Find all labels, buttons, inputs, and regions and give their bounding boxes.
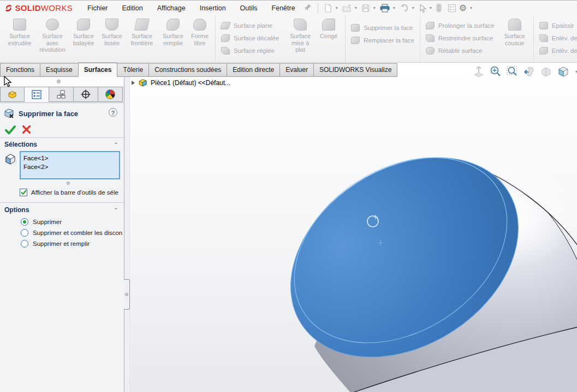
- save-caret[interactable]: ▾: [373, 5, 376, 10]
- selection-item-face2[interactable]: Face<2>: [23, 162, 119, 171]
- select-caret[interactable]: ▾: [430, 5, 432, 10]
- menu-fenetre[interactable]: Fenêtre: [265, 2, 302, 15]
- undo-icon[interactable]: [398, 3, 410, 13]
- options-gear-icon[interactable]: ⚙: [458, 3, 468, 14]
- panel-splitter-horizontal[interactable]: [0, 77, 124, 87]
- conge-button[interactable]: Congé: [317, 19, 340, 40]
- tab-solidworks-visualize[interactable]: SOLIDWORKS Visualize: [313, 63, 398, 77]
- open-icon[interactable]: [341, 3, 353, 14]
- selection-item-face1[interactable]: Face<1>: [23, 154, 119, 162]
- zoom-to-area-icon[interactable]: [506, 65, 519, 78]
- enlev-matiere-epaissie-button[interactable]: Enlèv. de matière épaissi: [539, 47, 577, 55]
- surface-cousue-button[interactable]: Surface cousue: [501, 19, 528, 46]
- feature-tree-flyout[interactable]: Pièce1 (Défaut) <<Défaut...: [132, 79, 230, 87]
- radio-supprimer-combler-circle[interactable]: [21, 229, 28, 237]
- tab-surfaces[interactable]: Surfaces: [78, 63, 118, 77]
- ok-check-icon[interactable]: [4, 124, 16, 135]
- tab-esquisse[interactable]: Esquisse: [40, 63, 79, 77]
- rebuild-icon[interactable]: [435, 2, 443, 14]
- menu-outils[interactable]: Outils: [233, 2, 265, 15]
- propertymanager-tab[interactable]: [25, 87, 49, 102]
- normal-to-icon[interactable]: [472, 65, 485, 78]
- zoom-to-fit-icon[interactable]: [489, 65, 502, 78]
- tab-edition-directe[interactable]: Edition directe: [227, 63, 280, 77]
- supprimer-la-face-button[interactable]: Supprimer la face: [351, 24, 414, 32]
- panel-viewport-splitter[interactable]: [124, 77, 130, 392]
- surface-plane-icon: [221, 22, 230, 29]
- configurationmanager-icon: [56, 90, 67, 99]
- propertymanager-icon: [31, 90, 42, 99]
- enlev-matiere-epaissie-icon: [539, 47, 548, 55]
- view-orientation-icon[interactable]: [557, 65, 570, 78]
- surface-frontiere-button[interactable]: Surface frontière: [127, 19, 157, 46]
- surface-cousue-icon: [508, 19, 521, 31]
- open-caret[interactable]: ▾: [355, 5, 357, 10]
- surface-reglee-button[interactable]: Surface réglée: [221, 47, 279, 55]
- collapse-chevron-icon[interactable]: ⌃: [114, 142, 118, 147]
- forme-libre-button[interactable]: Forme libre: [189, 19, 210, 46]
- section-view-icon[interactable]: [540, 65, 553, 78]
- surface-extrudee-button[interactable]: Surface extrudée: [5, 19, 34, 46]
- property-manager-header: Supprimer la face ?: [0, 105, 124, 122]
- radio-supprimer-combler[interactable]: Supprimer et combler les discon: [21, 229, 124, 237]
- tree-root-label[interactable]: Pièce1 (Défaut) <<Défaut...: [151, 79, 230, 87]
- print-caret[interactable]: ▾: [393, 5, 395, 10]
- retablir-surface-button[interactable]: Rétablir surface: [426, 47, 495, 55]
- surface-lissee-button[interactable]: Surface lissée: [100, 19, 124, 46]
- featuremanager-tab[interactable]: [0, 87, 25, 102]
- prolonger-la-surface-button[interactable]: Prolonger la surface: [426, 22, 495, 29]
- surface-plane-button[interactable]: Surface plane: [221, 22, 279, 29]
- splitter-grip-dot[interactable]: [57, 80, 61, 83]
- options-radio-group: Supprimer Supprimer et combler les disco…: [0, 215, 124, 248]
- epaissir-button[interactable]: Epaissir: [539, 22, 577, 29]
- select-cursor-icon[interactable]: [418, 3, 427, 14]
- radio-supprimer-circle[interactable]: [21, 218, 28, 226]
- graphics-viewport[interactable]: [129, 77, 577, 392]
- enlev-matiere-surface-button[interactable]: Enlèv. de matière avec su: [539, 34, 577, 42]
- menu-edition[interactable]: Edition: [115, 2, 150, 15]
- menu-fichier[interactable]: Fichier: [80, 2, 115, 15]
- print-icon[interactable]: [379, 3, 391, 14]
- show-selection-toolbar-checkbox[interactable]: [20, 189, 27, 196]
- restreindre-surface-button[interactable]: Restreindre surface: [426, 34, 495, 42]
- new-caret[interactable]: ▾: [336, 5, 338, 10]
- show-selection-toolbar-row: Afficher la barre d'outils de séle: [20, 189, 118, 196]
- options-section-header[interactable]: Options ⌃: [0, 204, 124, 216]
- help-icon[interactable]: ?: [109, 108, 117, 117]
- previous-view-icon[interactable]: [523, 65, 536, 78]
- surface-decalee-button[interactable]: Surface décalée: [221, 34, 279, 42]
- pin-menu-icon[interactable]: [304, 3, 312, 14]
- tree-expand-arrow-icon[interactable]: [132, 81, 135, 85]
- radio-supprimer-remplir[interactable]: Supprimer et remplir: [21, 240, 124, 248]
- displaymanager-tab[interactable]: [98, 87, 123, 102]
- tab-tolerie[interactable]: Tôlerie: [117, 63, 149, 77]
- menu-affichage[interactable]: Affichage: [150, 2, 193, 15]
- splitter-handle[interactable]: [124, 279, 130, 310]
- options-caret[interactable]: ▾: [470, 5, 472, 10]
- radio-supprimer-remplir-circle[interactable]: [21, 240, 28, 248]
- dimxpert-tab[interactable]: [74, 87, 98, 102]
- new-document-icon[interactable]: [323, 3, 334, 14]
- surface-remplie-button[interactable]: Surface remplie: [160, 19, 186, 46]
- remplacer-la-face-button[interactable]: Remplacer la face: [351, 37, 414, 44]
- surface-mise-a-plat-button[interactable]: Surface mise à plat: [287, 19, 314, 53]
- radio-supprimer[interactable]: Supprimer: [21, 218, 124, 226]
- collapse-chevron-icon-2[interactable]: ⌃: [114, 207, 118, 213]
- tab-constructions-soudees[interactable]: Constructions soudées: [148, 63, 227, 77]
- listbox-resize-grip[interactable]: [67, 182, 70, 185]
- menu-insertion[interactable]: Insertion: [193, 2, 233, 15]
- tab-evaluer[interactable]: Evaluer: [279, 63, 314, 77]
- surface-balayee-button[interactable]: Surface balayée: [70, 19, 97, 46]
- file-properties-icon[interactable]: [447, 3, 457, 14]
- undo-caret[interactable]: ▾: [412, 5, 414, 10]
- selection-listbox[interactable]: Face<1> Face<2>: [20, 151, 120, 179]
- conge-icon: [322, 19, 335, 31]
- show-selection-toolbar-label: Afficher la barre d'outils de séle: [31, 189, 118, 196]
- configurationmanager-tab[interactable]: [49, 87, 74, 102]
- selections-section-header[interactable]: Sélections ⌃: [0, 138, 124, 150]
- surface-revolution-button[interactable]: Surface avec révolution: [38, 19, 67, 53]
- cancel-x-icon[interactable]: [22, 125, 31, 134]
- save-icon[interactable]: [360, 3, 371, 14]
- tab-fonctions[interactable]: Fonctions: [0, 63, 40, 77]
- command-actions: [0, 122, 124, 138]
